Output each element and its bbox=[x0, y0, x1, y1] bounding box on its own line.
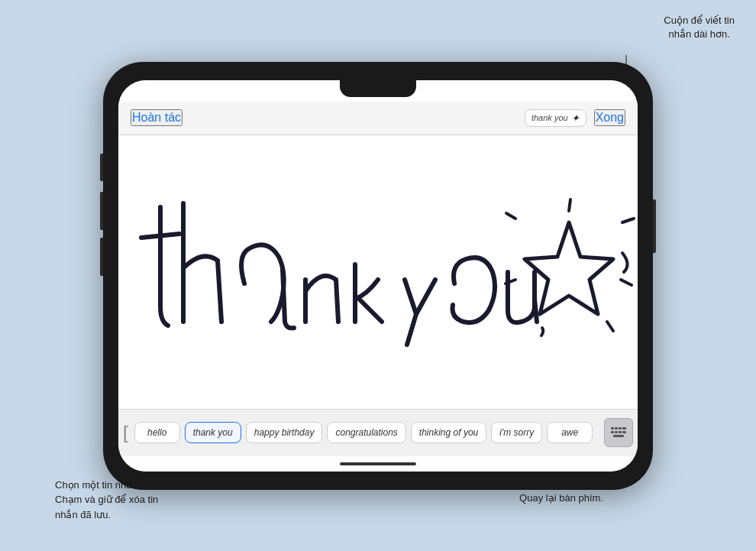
svg-rect-13 bbox=[622, 431, 626, 433]
done-button[interactable]: Xong bbox=[594, 109, 625, 126]
phone-volume-up bbox=[100, 192, 103, 230]
annotation-bottom-right: Quay lại bàn phím. bbox=[519, 492, 603, 504]
annotation-bottom-left-line2: Chạm và giữ để xóa tin bbox=[55, 494, 158, 505]
annotation-top-right-line1: Cuộn để viết tin bbox=[664, 15, 735, 26]
preset-im-sorry[interactable]: i'm sorry bbox=[491, 422, 542, 443]
svg-rect-6 bbox=[611, 427, 614, 429]
keyboard-button[interactable] bbox=[604, 418, 633, 447]
svg-rect-8 bbox=[619, 427, 622, 429]
svg-rect-9 bbox=[622, 427, 626, 429]
toolbar-right: thank you ✦ Xong bbox=[525, 109, 625, 127]
annotation-top-right-line2: nhắn dài hơn. bbox=[669, 28, 730, 40]
phone-volume-down bbox=[100, 238, 103, 276]
preview-text: thank you bbox=[531, 113, 568, 122]
svg-rect-14 bbox=[613, 435, 624, 437]
home-indicator bbox=[118, 456, 638, 472]
preset-awe[interactable]: awe bbox=[547, 422, 593, 443]
drawing-canvas[interactable]: › bbox=[118, 135, 638, 409]
svg-rect-7 bbox=[615, 427, 618, 429]
status-bar bbox=[118, 80, 638, 102]
home-bar bbox=[340, 462, 416, 465]
phone-volume-toggle bbox=[100, 154, 103, 181]
annotation-bottom-right-label: Quay lại bàn phím. bbox=[519, 492, 603, 504]
presets-bar: [ hello thank you happy birthday congrat… bbox=[118, 409, 638, 456]
preset-happy-birthday[interactable]: happy birthday bbox=[246, 422, 323, 443]
toolbar: Hoàn tác thank you ✦ Xong bbox=[118, 102, 638, 135]
preset-bracket-icon: [ bbox=[123, 422, 128, 443]
keyboard-icon bbox=[610, 426, 627, 439]
scene: Cuộn để viết tin nhắn dài hơn. Chọn một … bbox=[0, 0, 756, 551]
preset-congratulations[interactable]: congratulations bbox=[327, 422, 405, 443]
preset-thinking-of-you[interactable]: thinking of you bbox=[411, 422, 486, 443]
annotation-bottom-left-line3: nhắn đã lưu. bbox=[55, 509, 111, 520]
message-preview: thank you ✦ bbox=[525, 109, 586, 127]
phone-frame: Hoàn tác thank you ✦ Xong bbox=[103, 62, 653, 490]
handwriting-svg bbox=[118, 135, 638, 409]
preset-hello[interactable]: hello bbox=[134, 422, 180, 443]
preview-star-icon: ✦ bbox=[571, 112, 580, 124]
preset-thank-you[interactable]: thank you bbox=[185, 422, 241, 443]
annotation-top-right: Cuộn để viết tin nhắn dài hơn. bbox=[664, 14, 735, 41]
svg-rect-12 bbox=[619, 431, 622, 433]
phone-power-button bbox=[653, 199, 656, 253]
undo-button[interactable]: Hoàn tác bbox=[131, 109, 183, 126]
svg-rect-11 bbox=[615, 431, 618, 433]
notch bbox=[340, 80, 416, 97]
phone-screen: Hoàn tác thank you ✦ Xong bbox=[118, 80, 638, 472]
svg-rect-10 bbox=[611, 431, 614, 433]
